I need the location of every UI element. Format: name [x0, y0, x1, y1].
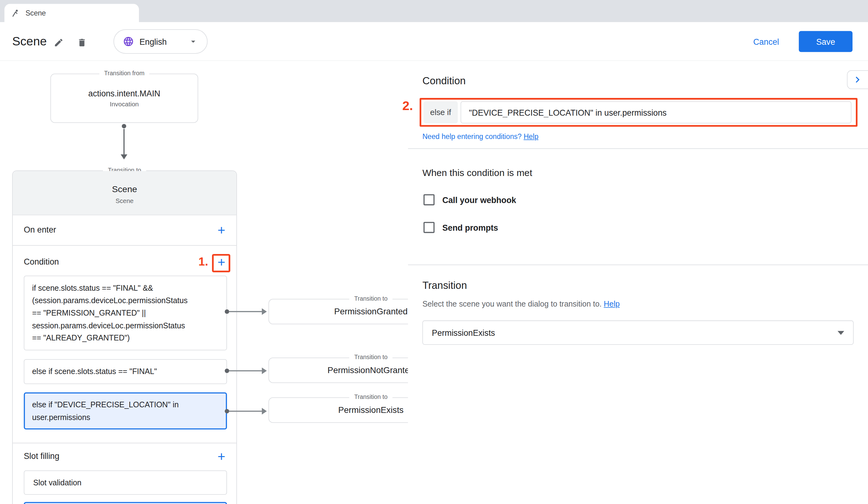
target-node-permission-not-granted[interactable]: Transition to PermissionNotGranted: [268, 358, 408, 383]
scene-flow-canvas: Transition from actions.intent.MAIN Invo…: [0, 61, 408, 504]
prompts-option-row: Send prompts: [424, 221, 498, 233]
tab-strip: Scene: [0, 0, 868, 22]
slot-filling-label: Slot filling: [24, 451, 59, 461]
caret-down-icon: [188, 36, 198, 46]
on-enter-section: On enter +: [13, 215, 236, 245]
globe-icon: [123, 36, 134, 47]
on-enter-label: On enter: [24, 225, 56, 234]
send-prompts-label: Send prompts: [442, 223, 498, 232]
transition-to-badge: Transition to: [349, 295, 392, 302]
send-prompts-checkbox[interactable]: [424, 222, 435, 233]
transition-from-badge: Transition from: [99, 70, 149, 76]
invocation-type: Invocation: [51, 101, 198, 107]
target-node-permission-exists[interactable]: Transition to PermissionExists: [268, 397, 408, 423]
trash-icon: [77, 38, 87, 48]
else-if-chip: else if: [424, 101, 458, 124]
scene-node-header[interactable]: Scene Scene: [13, 171, 236, 215]
arrowhead-right-icon: [262, 368, 267, 374]
scene-node-type: Scene: [13, 197, 236, 204]
target-node-permission-granted[interactable]: Transition to PermissionGranted: [268, 299, 408, 324]
add-slot-button[interactable]: +: [216, 449, 226, 464]
transition-scene-value: PermissionExists: [432, 328, 838, 337]
arrowhead-right-icon: [262, 408, 267, 414]
connector-line: [229, 411, 262, 412]
target-node-name: PermissionExists: [269, 398, 408, 422]
connector-line: [229, 311, 262, 312]
toolbar: Scene English Cancel Save: [0, 22, 868, 61]
target-node-name: PermissionNotGranted: [269, 358, 408, 382]
scene-node-name: Scene: [13, 185, 236, 194]
tab-label: Scene: [25, 9, 46, 17]
partially-visible-selected-card[interactable]: [24, 502, 227, 504]
conditions-help-link[interactable]: Help: [524, 132, 539, 140]
actions-on-google-icon: [11, 9, 20, 18]
save-button[interactable]: Save: [799, 31, 853, 52]
transition-help-link[interactable]: Help: [604, 300, 620, 308]
cancel-button[interactable]: Cancel: [744, 22, 788, 61]
collapse-panel-button[interactable]: [847, 70, 868, 89]
condition-section-label: Condition: [24, 257, 59, 266]
transition-title: Transition: [422, 280, 467, 292]
call-webhook-label: Call your webhook: [442, 195, 516, 204]
arrowhead-right-icon: [262, 308, 267, 315]
target-node-name: PermissionGranted: [269, 300, 408, 324]
condition-card-1[interactable]: if scene.slots.status == "FINAL" && (ses…: [24, 275, 227, 350]
condition-expression-input[interactable]: [461, 101, 851, 124]
chevron-right-icon: [851, 74, 864, 86]
panel-condition-title: Condition: [422, 75, 466, 87]
connector-dot: [225, 368, 229, 373]
condition-card-2[interactable]: else if scene.slots.status == "FINAL": [24, 359, 227, 384]
annotation-step-2: 2.: [395, 98, 413, 114]
transition-description-text: Select the scene you want the dialog to …: [422, 300, 601, 308]
language-label: English: [140, 37, 183, 46]
slot-filling-section: Slot filling +: [13, 443, 236, 470]
webhook-option-row: Call your webhook: [424, 194, 516, 206]
invocation-name: actions.intent.MAIN: [51, 88, 198, 98]
transition-to-badge: Transition to: [349, 393, 392, 400]
connector-line-vertical: [123, 129, 125, 155]
scene-node: Transition to Scene Scene On enter + Con…: [12, 170, 237, 504]
connector-line: [229, 370, 262, 371]
language-selector[interactable]: English: [114, 29, 208, 53]
panel-divider: [408, 265, 868, 265]
panel-divider: [408, 148, 868, 149]
condition-card-3-selected[interactable]: else if "DEVICE_PRECISE_LOCATION" in use…: [24, 392, 227, 429]
delete-scene-button[interactable]: [75, 35, 89, 50]
call-webhook-checkbox[interactable]: [424, 194, 435, 206]
arrowhead-down-icon: [121, 155, 127, 159]
connector-dot: [225, 309, 229, 314]
browser-tab-scene[interactable]: Scene: [4, 4, 139, 22]
edit-scene-button[interactable]: [52, 35, 66, 50]
conditions-help-line: Need help entering conditions? Help: [422, 132, 538, 140]
add-condition-button[interactable]: +: [216, 255, 226, 270]
add-on-enter-button[interactable]: +: [216, 223, 226, 238]
transition-scene-select[interactable]: PermissionExists: [422, 321, 854, 345]
connector-dot: [225, 409, 229, 413]
transition-to-badge: Transition to: [349, 354, 392, 360]
slot-validation-card[interactable]: Slot validation: [24, 470, 227, 495]
page-title: Scene: [12, 22, 46, 61]
condition-text: else if scene.slots.status == "FINAL": [32, 365, 194, 378]
annotation-step-1: 1.: [193, 255, 208, 269]
condition-text: if scene.slots.status == "FINAL" && (ses…: [32, 282, 194, 344]
dropdown-caret-icon: [838, 331, 844, 335]
when-condition-met-title: When this condition is met: [422, 168, 532, 179]
actions-console-window: Scene Scene English Cancel Save Transiti…: [0, 0, 868, 504]
invocation-node[interactable]: Transition from actions.intent.MAIN Invo…: [50, 74, 198, 123]
help-prompt-text: Need help entering conditions?: [422, 132, 521, 140]
pencil-icon: [54, 38, 64, 48]
condition-detail-panel: Condition else if Need help entering con…: [408, 61, 868, 504]
connector-dot: [122, 124, 126, 128]
condition-text: else if "DEVICE_PRECISE_LOCATION" in use…: [32, 399, 194, 423]
transition-description: Select the scene you want the dialog to …: [422, 300, 620, 308]
